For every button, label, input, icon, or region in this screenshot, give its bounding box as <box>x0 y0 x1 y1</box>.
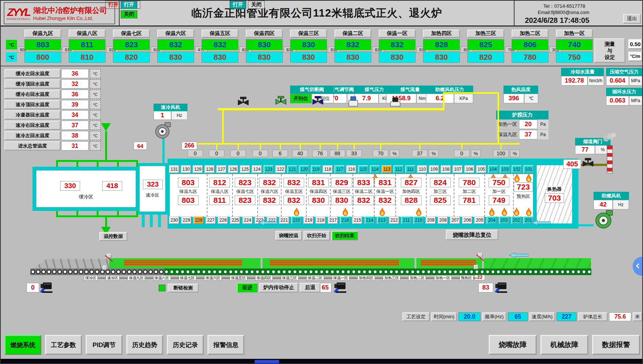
time-value[interactable]: 20.0 <box>458 312 481 321</box>
burner-125[interactable]: 125 <box>240 165 250 173</box>
toolbar-button-mechanical-fault[interactable]: 机械故障 <box>540 335 588 355</box>
burner-218[interactable]: 218 <box>316 216 326 224</box>
burner-130[interactable]: 130 <box>181 165 191 173</box>
burner-216[interactable]: 216 <box>340 216 350 224</box>
toolbar-button-alarm-info[interactable]: 报警信息 <box>207 335 244 355</box>
zone-sp[interactable]: 830 <box>334 52 371 63</box>
burner-221[interactable]: 221 <box>279 216 289 224</box>
burner-117[interactable]: 117 <box>334 165 345 173</box>
burner-228[interactable]: 228 <box>193 216 204 224</box>
burner-219[interactable]: 219 <box>303 216 314 224</box>
burner-227[interactable]: 227 <box>206 216 216 224</box>
burner-220[interactable]: 220 <box>291 216 302 224</box>
burner-118[interactable]: 118 <box>323 165 333 173</box>
burner-106[interactable]: 106 <box>464 165 475 173</box>
burner-126[interactable]: 126 <box>228 165 238 173</box>
burner-110[interactable]: 110 <box>417 165 427 173</box>
burner-204[interactable]: 204 <box>486 216 497 224</box>
purge-end-button[interactable]: 吹扫结束 <box>331 231 358 240</box>
toolbar-button-data-alarm[interactable]: 数据报警 <box>592 335 640 355</box>
burner-209[interactable]: 209 <box>426 216 436 224</box>
burner-108[interactable]: 108 <box>441 165 451 173</box>
burner-115[interactable]: 115 <box>358 165 368 173</box>
process-settings-button[interactable]: 工艺设定 <box>402 312 430 321</box>
quick-fan-close-button[interactable]: 关闭 <box>121 10 137 18</box>
zone-sp[interactable]: 780 <box>512 52 549 63</box>
burner-226[interactable]: 226 <box>218 216 228 224</box>
burner-206[interactable]: 206 <box>462 216 472 224</box>
burner-213[interactable]: 213 <box>377 216 387 224</box>
burner-120[interactable]: 120 <box>299 165 309 173</box>
toolbar-button-history-record[interactable]: 历史记录 <box>167 335 204 355</box>
burner-104[interactable]: 104 <box>488 165 498 173</box>
burner-129[interactable]: 129 <box>193 165 203 173</box>
burner-225[interactable]: 225 <box>230 216 240 224</box>
purge-start-button[interactable]: 吹扫开始 <box>303 231 330 240</box>
burner-229[interactable]: 229 <box>181 216 192 224</box>
burner-131[interactable]: 131 <box>169 165 179 173</box>
burner-214[interactable]: 214 <box>365 216 375 224</box>
burner-116[interactable]: 116 <box>346 165 357 173</box>
burner-121[interactable]: 121 <box>287 165 298 173</box>
measure-set-button[interactable]: 测量 与 设定 <box>594 38 625 63</box>
burner-217[interactable]: 217 <box>328 216 338 224</box>
burner-105[interactable]: 105 <box>476 165 486 173</box>
zone-sp[interactable]: 830 <box>290 52 327 63</box>
gas-valve-open-button[interactable]: 打开 <box>105 1 122 9</box>
toolbar-button-combustion-system[interactable]: 燃烧系统 <box>4 335 41 355</box>
burner-102[interactable]: 102 <box>512 165 522 173</box>
zone-sp[interactable]: 820 <box>113 52 150 63</box>
burner-123[interactable]: 123 <box>264 165 274 173</box>
burner-reset-button[interactable]: 烧嘴故障总复位 <box>446 230 498 240</box>
burner-113[interactable]: 113 <box>382 165 392 173</box>
toolbar-button-pid-tuning[interactable]: PID调节 <box>86 335 123 355</box>
burner-112[interactable]: 112 <box>393 165 404 173</box>
comb-fan-open-button[interactable]: 打开 <box>230 1 246 9</box>
burner-203[interactable]: 203 <box>499 216 509 224</box>
length-unit-button[interactable]: 米 <box>633 312 642 321</box>
burner-119[interactable]: 119 <box>311 165 321 173</box>
burner-211[interactable]: 211 <box>401 216 412 224</box>
burner-210[interactable]: 210 <box>413 216 424 224</box>
burner-224[interactable]: 224 <box>243 216 253 224</box>
burner-212[interactable]: 212 <box>389 216 399 224</box>
burner-208[interactable]: 208 <box>438 216 448 224</box>
forward-button[interactable]: 前进 <box>237 283 258 292</box>
burner-128[interactable]: 128 <box>204 165 215 173</box>
toolbar-button-process-params[interactable]: 工艺参数 <box>45 335 82 355</box>
zone-sp[interactable]: 800 <box>24 52 61 63</box>
burner-114[interactable]: 114 <box>370 165 380 173</box>
toolbar-button-history-trend[interactable]: 历史趋势 <box>126 335 163 355</box>
burner-109[interactable]: 109 <box>429 165 439 173</box>
burner-127[interactable]: 127 <box>216 165 227 173</box>
comb-fan-close-button[interactable]: 关闭 <box>248 1 265 9</box>
exit-button[interactable]: 退出 <box>623 14 641 24</box>
zone-sp[interactable]: 810 <box>69 52 106 63</box>
zone-sp[interactable]: 820 <box>467 52 504 63</box>
chain-check-button[interactable]: 断链检测 <box>168 284 199 292</box>
burner-122[interactable]: 122 <box>275 165 286 173</box>
burner-202[interactable]: 202 <box>511 216 522 224</box>
burner-101[interactable]: 101 <box>523 165 534 173</box>
quick-fan-open-button[interactable]: 打开 <box>121 1 137 9</box>
stop-button[interactable]: 炉内传动停止 <box>259 283 298 292</box>
burner-205[interactable]: 205 <box>474 216 485 224</box>
burner-215[interactable]: 215 <box>352 216 362 224</box>
zone-sp[interactable]: 830 <box>157 52 194 63</box>
burner-107[interactable]: 107 <box>453 165 463 173</box>
toolbar-button-burner-fault[interactable]: 烧嘴故障 <box>489 335 537 355</box>
zone-sp[interactable]: 830 <box>246 52 283 63</box>
speed-value[interactable]: 227 <box>557 312 577 321</box>
zone-sp[interactable]: 830 <box>379 52 416 63</box>
burner-230[interactable]: 230 <box>169 216 179 224</box>
freq-value[interactable]: 65 <box>508 312 528 321</box>
burner-124[interactable]: 124 <box>252 165 262 173</box>
zone-sp[interactable]: 830 <box>202 52 238 63</box>
length-value[interactable]: 75.6 <box>609 312 631 321</box>
temp-data-button[interactable]: 温控数据 <box>99 232 127 241</box>
zone-sp[interactable]: 750 <box>556 52 593 63</box>
zone-sp[interactable]: 830 <box>423 52 460 63</box>
edge-nav-button[interactable] <box>633 257 643 276</box>
burner-103[interactable]: 103 <box>500 165 510 173</box>
burner-111[interactable]: 111 <box>405 165 416 173</box>
